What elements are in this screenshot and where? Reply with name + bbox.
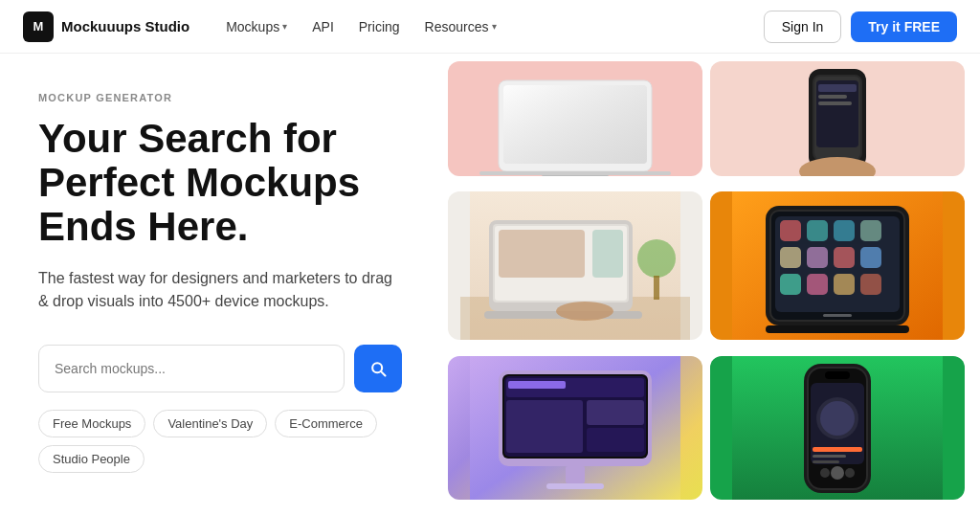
mockup-item-5 bbox=[448, 356, 702, 500]
sign-in-button[interactable]: Sign In bbox=[764, 11, 842, 43]
hero-label: MOCKUP GENERATOR bbox=[38, 92, 402, 103]
svg-rect-4 bbox=[542, 175, 609, 176]
mockup-item-3 bbox=[448, 191, 702, 340]
svg-rect-52 bbox=[566, 466, 585, 483]
svg-point-65 bbox=[820, 468, 830, 478]
search-button[interactable] bbox=[354, 345, 402, 392]
svg-rect-40 bbox=[860, 274, 881, 295]
mockup-item-6 bbox=[710, 356, 965, 500]
hero-panel: MOCKUP GENERATOR Your Search for Perfect… bbox=[0, 54, 440, 515]
svg-rect-38 bbox=[807, 274, 828, 295]
search-row bbox=[38, 345, 402, 392]
search-input[interactable] bbox=[38, 345, 345, 392]
nav-right: Sign In Try it FREE bbox=[764, 11, 957, 43]
svg-point-23 bbox=[556, 302, 613, 321]
svg-rect-29 bbox=[780, 220, 801, 241]
svg-rect-63 bbox=[813, 455, 846, 458]
logo[interactable]: M Mockuuups Studio bbox=[23, 11, 189, 42]
svg-rect-53 bbox=[546, 483, 604, 489]
logo-text: Mockuuups Studio bbox=[61, 18, 189, 34]
tag-free-mockups[interactable]: Free Mockups bbox=[38, 410, 145, 437]
mockup-gallery bbox=[440, 54, 980, 515]
nav-link-pricing[interactable]: Pricing bbox=[349, 13, 410, 40]
svg-point-21 bbox=[637, 239, 676, 278]
chevron-down-icon: ▾ bbox=[492, 21, 497, 32]
hero-headline: Your Search for Perfect Mockups Ends Her… bbox=[38, 117, 402, 250]
svg-rect-41 bbox=[823, 314, 852, 317]
svg-rect-3 bbox=[479, 171, 671, 175]
mockup-item-1 bbox=[448, 61, 702, 176]
svg-rect-31 bbox=[834, 220, 855, 241]
mockup-item-4 bbox=[710, 191, 965, 340]
try-free-button[interactable]: Try it FREE bbox=[851, 11, 957, 42]
tag-valentines[interactable]: Valentine's Day bbox=[153, 410, 267, 437]
svg-rect-22 bbox=[654, 276, 659, 300]
svg-point-67 bbox=[845, 468, 855, 478]
svg-rect-50 bbox=[587, 400, 644, 425]
svg-rect-64 bbox=[813, 460, 839, 463]
nav-link-api[interactable]: API bbox=[302, 13, 344, 40]
tag-studio-people[interactable]: Studio People bbox=[38, 445, 145, 473]
svg-rect-11 bbox=[818, 101, 852, 105]
svg-rect-39 bbox=[834, 274, 855, 295]
svg-rect-51 bbox=[587, 428, 644, 452]
nav-link-resources[interactable]: Resources ▾ bbox=[415, 13, 506, 40]
svg-rect-19 bbox=[592, 230, 623, 278]
svg-rect-32 bbox=[860, 220, 881, 241]
svg-rect-48 bbox=[508, 381, 566, 389]
tag-ecommerce[interactable]: E-Commerce bbox=[275, 410, 377, 437]
nav-left: M Mockuuups Studio Mockups ▾ API Pricing… bbox=[23, 11, 506, 42]
svg-rect-9 bbox=[818, 84, 857, 92]
svg-rect-33 bbox=[780, 247, 801, 268]
svg-rect-49 bbox=[506, 400, 583, 453]
logo-icon: M bbox=[23, 11, 54, 42]
navbar: M Mockuuups Studio Mockups ▾ API Pricing… bbox=[0, 0, 980, 54]
svg-rect-35 bbox=[834, 247, 855, 268]
search-icon bbox=[368, 359, 388, 378]
svg-rect-30 bbox=[807, 220, 828, 241]
chevron-down-icon: ▾ bbox=[282, 21, 287, 32]
svg-rect-34 bbox=[807, 247, 828, 268]
svg-point-61 bbox=[820, 401, 855, 436]
svg-point-66 bbox=[831, 466, 844, 480]
mockup-grid bbox=[440, 54, 980, 515]
mockup-item-2 bbox=[710, 61, 965, 176]
svg-rect-36 bbox=[860, 247, 881, 268]
tag-list: Free Mockups Valentine's Day E-Commerce … bbox=[38, 410, 402, 473]
svg-rect-10 bbox=[818, 95, 847, 99]
svg-rect-18 bbox=[499, 230, 585, 278]
hero-subtext: The fastest way for designers and market… bbox=[38, 267, 402, 315]
svg-rect-37 bbox=[780, 274, 801, 295]
svg-rect-62 bbox=[813, 447, 862, 452]
svg-rect-42 bbox=[766, 325, 909, 333]
nav-link-mockups[interactable]: Mockups ▾ bbox=[216, 13, 297, 40]
svg-rect-58 bbox=[825, 371, 850, 379]
main-content: MOCKUP GENERATOR Your Search for Perfect… bbox=[0, 54, 980, 515]
svg-rect-2 bbox=[503, 85, 647, 164]
nav-links: Mockups ▾ API Pricing Resources ▾ bbox=[216, 13, 505, 40]
